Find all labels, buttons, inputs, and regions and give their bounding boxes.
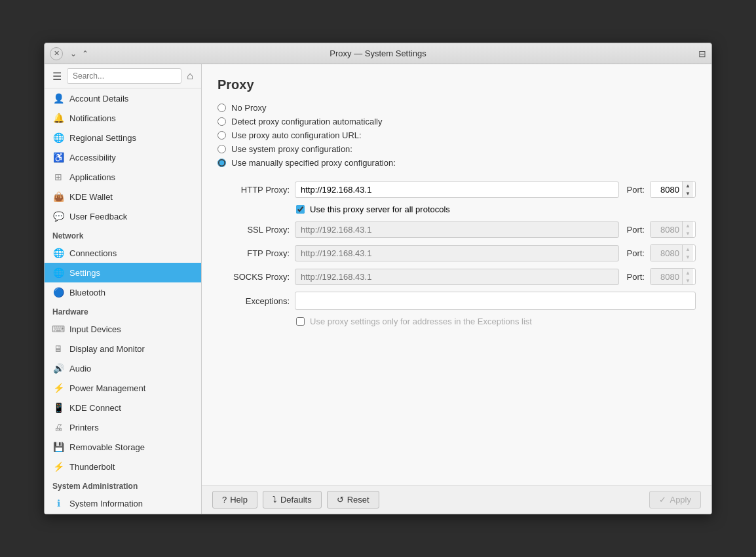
sidebar-label-thunderbolt: Thunderbolt xyxy=(69,462,115,472)
ftp-port-value[interactable] xyxy=(651,245,682,261)
sidebar-item-input-devices[interactable]: ⌨ Input Devices xyxy=(45,319,201,339)
defaults-button[interactable]: ⤵ Defaults xyxy=(263,491,322,509)
sidebar-item-system-information[interactable]: ℹ System Information xyxy=(45,493,201,513)
hamburger-button[interactable]: ☰ xyxy=(50,69,64,84)
sidebar-item-kde-connect[interactable]: 📱 KDE Connect xyxy=(45,398,201,417)
exceptions-note-checkbox[interactable] xyxy=(296,317,305,326)
connections-icon: 🌐 xyxy=(52,247,64,259)
apply-label: Apply xyxy=(670,495,691,505)
http-port-up[interactable]: ▲ xyxy=(683,182,693,189)
sidebar-label-kde-wallet: KDE Wallet xyxy=(69,192,113,202)
close-button[interactable]: ✕ xyxy=(50,47,63,60)
sidebar-item-bluetooth[interactable]: 🔵 Bluetooth xyxy=(45,282,201,302)
sidebar-item-connections[interactable]: 🌐 Connections xyxy=(45,243,201,263)
radio-row-manual-proxy: Use manually specified proxy configurati… xyxy=(217,158,696,168)
maximize-button[interactable]: ⌃ xyxy=(80,48,90,60)
http-port-value[interactable] xyxy=(651,182,682,197)
reset-button[interactable]: ↺ Reset xyxy=(327,491,379,509)
window-title: Proxy — System Settings xyxy=(330,48,426,58)
ssl-port-spin: ▲ ▼ xyxy=(650,221,696,238)
kde-connect-icon: 📱 xyxy=(52,402,64,413)
sidebar-item-regional-settings[interactable]: 🌐 Regional Settings xyxy=(45,128,201,147)
radio-no-proxy[interactable] xyxy=(217,104,226,112)
grid-button[interactable]: ⊟ xyxy=(698,48,706,59)
ssl-port-value[interactable] xyxy=(651,221,682,237)
radio-label-manual-proxy[interactable]: Use manually specified proxy configurati… xyxy=(231,158,396,168)
radio-label-system-proxy[interactable]: Use system proxy configuration: xyxy=(231,144,352,154)
removable-storage-icon: 💾 xyxy=(52,441,64,453)
sidebar-label-input: Input Devices xyxy=(69,324,121,334)
thunderbolt-icon: ⚡ xyxy=(52,461,64,472)
ftp-port-up[interactable]: ▲ xyxy=(683,245,693,253)
settings-icon: 🌐 xyxy=(52,267,64,278)
sidebar-item-audio[interactable]: 🔊 Audio xyxy=(45,358,201,378)
help-button[interactable]: ? Help xyxy=(212,491,257,509)
socks-proxy-row: SOCKS Proxy: Port: ▲ ▼ xyxy=(217,268,696,285)
radio-label-detect-auto[interactable]: Detect proxy configuration automatically xyxy=(231,117,383,126)
socks-spin-arrows: ▲ ▼ xyxy=(682,269,693,284)
sidebar-label-bluetooth: Bluetooth xyxy=(69,288,105,298)
use-proxy-all-row: Use this proxy server for all protocols xyxy=(296,204,696,214)
ftp-proxy-label: FTP Proxy: xyxy=(217,248,290,258)
ssl-proxy-input[interactable] xyxy=(295,221,619,238)
sidebar-item-display-monitor[interactable]: 🖥 Display and Monitor xyxy=(45,339,201,358)
http-proxy-row: HTTP Proxy: Port: ▲ ▼ xyxy=(217,181,696,198)
use-proxy-all-label[interactable]: Use this proxy server for all protocols xyxy=(310,204,450,214)
exceptions-input[interactable] xyxy=(295,292,696,310)
http-port-down[interactable]: ▼ xyxy=(683,189,693,197)
sidebar-item-accessibility[interactable]: ♿ Accessibility xyxy=(45,147,201,167)
exceptions-row: Exceptions: xyxy=(217,292,696,310)
home-button[interactable]: ⌂ xyxy=(184,69,196,83)
sidebar-item-notifications[interactable]: 🔔 Notifications xyxy=(45,108,201,128)
http-proxy-input[interactable] xyxy=(295,182,619,198)
socks-proxy-input[interactable] xyxy=(295,269,619,285)
sidebar-label-accessibility: Accessibility xyxy=(69,153,116,163)
sidebar-item-printers[interactable]: 🖨 Printers xyxy=(45,417,201,437)
radio-label-auto-url[interactable]: Use proxy auto configuration URL: xyxy=(231,130,362,140)
sidebar-header: ☰ ⌂ xyxy=(45,64,201,88)
search-input[interactable] xyxy=(67,68,181,84)
sidebar-item-user-feedback[interactable]: 💬 User Feedback xyxy=(45,206,201,226)
socks-port-up[interactable]: ▲ xyxy=(683,269,693,277)
radio-row-auto-url: Use proxy auto configuration URL: xyxy=(217,130,696,140)
defaults-label: Defaults xyxy=(280,495,312,505)
sidebar-item-kde-wallet[interactable]: 👜 KDE Wallet xyxy=(45,187,201,206)
ssl-port-up[interactable]: ▲ xyxy=(683,221,693,229)
ftp-proxy-input[interactable] xyxy=(295,245,619,261)
radio-auto-url[interactable] xyxy=(217,131,226,140)
radio-label-no-proxy[interactable]: No Proxy xyxy=(231,103,266,113)
radio-manual-proxy[interactable] xyxy=(217,159,226,167)
section-system: System Administration xyxy=(45,476,201,493)
minimize-button[interactable]: ⌄ xyxy=(68,48,79,60)
ftp-spin-arrows: ▲ ▼ xyxy=(682,245,693,261)
power-icon: ⚡ xyxy=(52,382,64,394)
sidebar-item-power-management[interactable]: ⚡ Power Management xyxy=(45,378,201,398)
http-port-label: Port: xyxy=(627,185,645,195)
ssl-proxy-label: SSL Proxy: xyxy=(217,225,290,235)
ssl-port-down[interactable]: ▼ xyxy=(683,229,693,237)
radio-system-proxy[interactable] xyxy=(217,145,226,153)
audio-icon: 🔊 xyxy=(52,362,64,374)
socks-port-value[interactable] xyxy=(651,269,682,284)
socks-port-spin: ▲ ▼ xyxy=(650,268,696,285)
reset-label: Reset xyxy=(347,495,369,505)
sidebar-item-account-details[interactable]: 👤 Account Details xyxy=(45,88,201,108)
http-proxy-label: HTTP Proxy: xyxy=(217,185,290,195)
sidebar-label-power: Power Management xyxy=(69,383,145,393)
use-proxy-all-checkbox[interactable] xyxy=(296,205,305,214)
apply-button[interactable]: ✓ Apply xyxy=(649,491,701,509)
help-icon: ? xyxy=(222,495,227,505)
sidebar-label-settings: Settings xyxy=(69,268,100,278)
sidebar-item-settings[interactable]: 🌐 Settings xyxy=(45,263,201,282)
sidebar-label-notifications: Notifications xyxy=(69,113,116,123)
sidebar-item-thunderbolt[interactable]: ⚡ Thunderbolt xyxy=(45,457,201,476)
printers-icon: 🖨 xyxy=(52,421,64,433)
ftp-port-down[interactable]: ▼ xyxy=(683,253,693,261)
http-port-spin: ▲ ▼ xyxy=(650,181,696,198)
radio-detect-auto[interactable] xyxy=(217,117,226,126)
exceptions-note-label[interactable]: Use proxy settings only for addresses in… xyxy=(310,317,532,326)
main-content: ☰ ⌂ 👤 Account Details 🔔 Notifications 🌐 … xyxy=(45,64,711,514)
sidebar-item-applications[interactable]: ⊞ Applications xyxy=(45,167,201,187)
socks-port-down[interactable]: ▼ xyxy=(683,277,693,284)
sidebar-item-removable-storage[interactable]: 💾 Removable Storage xyxy=(45,437,201,457)
